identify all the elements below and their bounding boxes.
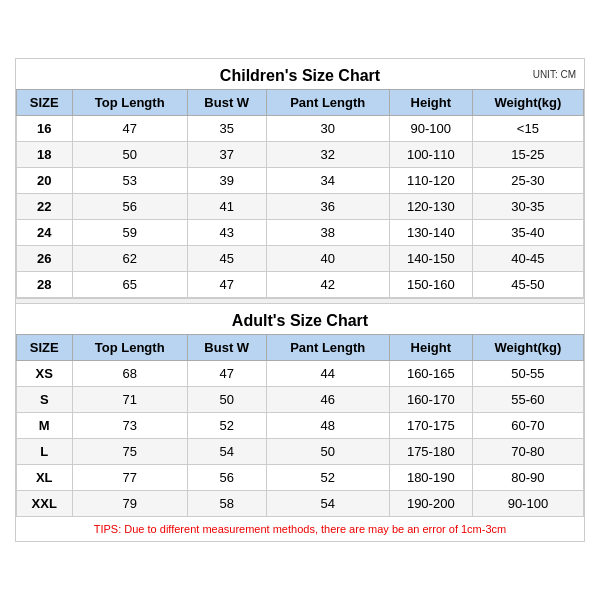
table-row: S715046160-17055-60: [17, 387, 584, 413]
children-cell-6-4: 150-160: [389, 272, 472, 298]
adults-cell-3-0: L: [17, 439, 73, 465]
table-row: 22564136120-13030-35: [17, 194, 584, 220]
adults-cell-0-4: 160-165: [389, 361, 472, 387]
children-cell-3-2: 41: [187, 194, 266, 220]
children-cell-1-4: 100-110: [389, 142, 472, 168]
adults-cell-2-0: M: [17, 413, 73, 439]
children-cell-1-1: 50: [72, 142, 187, 168]
children-cell-2-0: 20: [17, 168, 73, 194]
children-cell-4-1: 59: [72, 220, 187, 246]
adults-cell-2-2: 52: [187, 413, 266, 439]
children-cell-4-3: 38: [266, 220, 389, 246]
children-unit-label: UNIT: CM: [533, 69, 576, 80]
adults-header-row: SIZE Top Length Bust W Pant Length Heigh…: [17, 335, 584, 361]
tips-text: TIPS: Due to different measurement metho…: [16, 517, 584, 541]
table-row: XL775652180-19080-90: [17, 465, 584, 491]
adults-cell-5-4: 190-200: [389, 491, 472, 517]
adults-cell-4-1: 77: [72, 465, 187, 491]
adults-cell-4-3: 52: [266, 465, 389, 491]
adults-cell-5-5: 90-100: [472, 491, 583, 517]
adults-cell-5-3: 54: [266, 491, 389, 517]
children-cell-6-3: 42: [266, 272, 389, 298]
table-row: 24594338130-14035-40: [17, 220, 584, 246]
children-cell-0-4: 90-100: [389, 116, 472, 142]
children-cell-5-3: 40: [266, 246, 389, 272]
table-row: L755450175-18070-80: [17, 439, 584, 465]
table-row: XS684744160-16550-55: [17, 361, 584, 387]
children-cell-2-1: 53: [72, 168, 187, 194]
children-title-text: Children's Size Chart: [220, 67, 380, 84]
adults-cell-2-4: 170-175: [389, 413, 472, 439]
table-row: XXL795854190-20090-100: [17, 491, 584, 517]
children-cell-3-1: 56: [72, 194, 187, 220]
table-row: 1647353090-100<15: [17, 116, 584, 142]
adults-cell-3-2: 54: [187, 439, 266, 465]
adults-cell-1-0: S: [17, 387, 73, 413]
children-cell-2-5: 25-30: [472, 168, 583, 194]
adults-cell-4-2: 56: [187, 465, 266, 491]
children-cell-5-2: 45: [187, 246, 266, 272]
adults-cell-5-1: 79: [72, 491, 187, 517]
children-cell-4-5: 35-40: [472, 220, 583, 246]
children-cell-0-1: 47: [72, 116, 187, 142]
children-cell-4-2: 43: [187, 220, 266, 246]
children-col-weight: Weight(kg): [472, 90, 583, 116]
adults-cell-3-3: 50: [266, 439, 389, 465]
children-cell-5-5: 40-45: [472, 246, 583, 272]
children-size-table: SIZE Top Length Bust W Pant Length Heigh…: [16, 89, 584, 298]
children-col-bust: Bust W: [187, 90, 266, 116]
adults-size-table: SIZE Top Length Bust W Pant Length Heigh…: [16, 334, 584, 517]
children-cell-3-0: 22: [17, 194, 73, 220]
adults-cell-2-1: 73: [72, 413, 187, 439]
table-row: 18503732100-11015-25: [17, 142, 584, 168]
children-cell-5-1: 62: [72, 246, 187, 272]
adults-col-height: Height: [389, 335, 472, 361]
adults-cell-5-2: 58: [187, 491, 266, 517]
adults-col-top-length: Top Length: [72, 335, 187, 361]
adults-cell-3-4: 175-180: [389, 439, 472, 465]
children-cell-0-3: 30: [266, 116, 389, 142]
table-row: M735248170-17560-70: [17, 413, 584, 439]
adults-col-pant-length: Pant Length: [266, 335, 389, 361]
children-cell-6-2: 47: [187, 272, 266, 298]
children-cell-1-5: 15-25: [472, 142, 583, 168]
adults-cell-0-1: 68: [72, 361, 187, 387]
children-cell-6-0: 28: [17, 272, 73, 298]
adults-cell-1-5: 55-60: [472, 387, 583, 413]
children-section-title: Children's Size Chart UNIT: CM: [16, 59, 584, 89]
adults-cell-1-3: 46: [266, 387, 389, 413]
table-row: 26624540140-15040-45: [17, 246, 584, 272]
children-cell-0-5: <15: [472, 116, 583, 142]
adults-cell-0-3: 44: [266, 361, 389, 387]
size-chart-container: Children's Size Chart UNIT: CM SIZE Top …: [15, 58, 585, 542]
adults-section-title: Adult's Size Chart: [16, 304, 584, 334]
children-cell-5-4: 140-150: [389, 246, 472, 272]
table-row: 28654742150-16045-50: [17, 272, 584, 298]
adults-cell-0-0: XS: [17, 361, 73, 387]
adults-cell-2-3: 48: [266, 413, 389, 439]
children-cell-1-3: 32: [266, 142, 389, 168]
children-header-row: SIZE Top Length Bust W Pant Length Heigh…: [17, 90, 584, 116]
adults-cell-1-4: 160-170: [389, 387, 472, 413]
children-cell-6-1: 65: [72, 272, 187, 298]
adults-cell-4-5: 80-90: [472, 465, 583, 491]
adults-cell-4-4: 180-190: [389, 465, 472, 491]
children-col-pant-length: Pant Length: [266, 90, 389, 116]
adults-cell-1-1: 71: [72, 387, 187, 413]
adults-col-bust: Bust W: [187, 335, 266, 361]
adults-cell-4-0: XL: [17, 465, 73, 491]
children-col-size: SIZE: [17, 90, 73, 116]
children-cell-2-4: 110-120: [389, 168, 472, 194]
children-cell-4-0: 24: [17, 220, 73, 246]
children-cell-2-3: 34: [266, 168, 389, 194]
adults-cell-3-1: 75: [72, 439, 187, 465]
adults-cell-0-2: 47: [187, 361, 266, 387]
children-cell-1-0: 18: [17, 142, 73, 168]
adults-col-weight: Weight(kg): [472, 335, 583, 361]
adults-cell-3-5: 70-80: [472, 439, 583, 465]
table-row: 20533934110-12025-30: [17, 168, 584, 194]
adults-cell-2-5: 60-70: [472, 413, 583, 439]
children-cell-1-2: 37: [187, 142, 266, 168]
children-cell-5-0: 26: [17, 246, 73, 272]
children-col-height: Height: [389, 90, 472, 116]
